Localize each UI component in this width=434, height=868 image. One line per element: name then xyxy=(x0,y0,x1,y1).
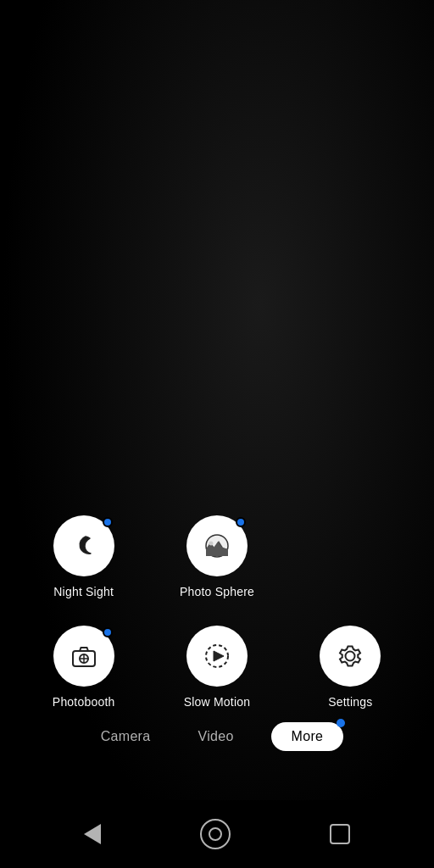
svg-marker-7 xyxy=(214,651,224,661)
slow-motion-icon xyxy=(202,641,232,671)
photobooth-label: Photobooth xyxy=(53,695,115,709)
slow-motion-label: Slow Motion xyxy=(184,695,250,709)
home-icon xyxy=(200,819,231,849)
mode-night-sight[interactable]: Night Sight xyxy=(17,502,150,612)
mode-settings[interactable]: Settings xyxy=(284,612,417,722)
back-icon xyxy=(84,824,101,844)
svg-point-1 xyxy=(209,542,213,546)
photobooth-icon-wrapper xyxy=(53,626,114,687)
photobooth-icon xyxy=(69,641,99,671)
recents-button[interactable] xyxy=(330,824,350,844)
modes-row-2: Photobooth Slow Motion xyxy=(17,612,417,722)
bottom-tabs: Camera Video More xyxy=(17,722,417,751)
photo-sphere-label: Photo Sphere xyxy=(180,585,254,598)
home-button[interactable] xyxy=(200,819,231,849)
slow-motion-icon-circle xyxy=(186,626,248,687)
tab-video[interactable]: Video xyxy=(187,722,243,751)
more-tab-dot xyxy=(337,719,345,727)
night-sight-icon-wrapper xyxy=(53,515,114,576)
camera-view: Night Sight Photo Sphere xyxy=(0,0,434,868)
mode-photo-sphere[interactable]: Photo Sphere xyxy=(150,502,283,612)
settings-label: Settings xyxy=(328,695,372,709)
photobooth-dot xyxy=(103,627,113,637)
night-sight-dot xyxy=(103,517,113,527)
nav-bar xyxy=(0,800,434,868)
night-sight-label: Night Sight xyxy=(53,585,114,598)
photo-sphere-icon xyxy=(202,531,232,561)
modes-container: Night Sight Photo Sphere xyxy=(0,502,434,758)
settings-icon-circle xyxy=(320,626,381,687)
settings-icon-wrapper xyxy=(320,626,381,687)
photo-sphere-icon-wrapper xyxy=(186,515,248,576)
photo-sphere-dot xyxy=(236,517,246,527)
mode-slow-motion[interactable]: Slow Motion xyxy=(150,612,283,722)
gear-icon xyxy=(335,641,365,671)
recents-icon xyxy=(330,824,350,844)
back-button[interactable] xyxy=(84,824,101,844)
modes-row-1: Night Sight Photo Sphere xyxy=(17,502,417,612)
tab-more[interactable]: More xyxy=(271,722,344,751)
mode-photobooth[interactable]: Photobooth xyxy=(17,612,150,722)
tab-camera[interactable]: Camera xyxy=(91,722,161,751)
slow-motion-icon-wrapper xyxy=(186,626,248,687)
